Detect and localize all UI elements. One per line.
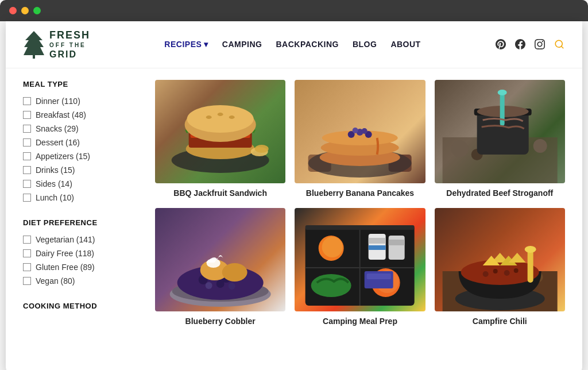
svg-point-26 — [533, 139, 547, 153]
checkbox-dinner[interactable] — [23, 97, 31, 105]
checkbox-drinks[interactable] — [23, 166, 31, 174]
browser-window: FRESH OFF THE GRID RECIPES ▾ CAMPING BAC… — [0, 0, 588, 370]
recipe-image-meal-prep — [295, 208, 425, 311]
site-logo[interactable]: FRESH OFF THE GRID — [23, 29, 90, 60]
svg-rect-54 — [389, 236, 405, 260]
svg-rect-60 — [367, 273, 391, 279]
svg-point-39 — [206, 282, 212, 289]
checkbox-vegetarian[interactable] — [23, 236, 31, 244]
recipe-image-cobbler — [155, 208, 285, 311]
window-chrome — [0, 0, 588, 21]
filter-item-lunch[interactable]: Lunch (10) — [23, 193, 138, 202]
filter-item-sides[interactable]: Sides (14) — [23, 179, 138, 188]
facebook-icon[interactable] — [514, 38, 526, 50]
nav-link-blog[interactable]: BLOG — [353, 40, 377, 49]
dropdown-chevron-icon: ▾ — [204, 40, 208, 49]
checkbox-vegan[interactable] — [23, 277, 31, 285]
checkbox-dairy-free[interactable] — [23, 249, 31, 257]
logo-text: FRESH OFF THE GRID — [49, 29, 90, 60]
search-icon[interactable] — [554, 38, 565, 50]
svg-point-9 — [229, 115, 235, 119]
site-wrapper: FRESH OFF THE GRID RECIPES ▾ CAMPING BAC… — [6, 21, 582, 370]
filter-item-dinner[interactable]: Dinner (110) — [23, 97, 138, 106]
svg-point-50 — [322, 237, 343, 257]
cobbler-illustration — [155, 208, 285, 311]
recipe-title-chili: Campfire Chili — [435, 316, 565, 327]
meal-prep-illustration — [295, 208, 425, 311]
svg-point-70 — [482, 271, 488, 277]
recipe-card-cobbler[interactable]: Blueberry Cobbler — [155, 208, 285, 327]
svg-point-75 — [524, 246, 536, 253]
bbq-sandwich-illustration — [155, 80, 285, 183]
recipe-title-stroganoff: Dehydrated Beef Stroganoff — [435, 188, 565, 199]
svg-point-22 — [362, 128, 368, 134]
filter-item-dairy-free[interactable]: Dairy Free (118) — [23, 249, 138, 258]
pancakes-illustration — [295, 80, 425, 183]
close-button[interactable] — [9, 7, 17, 14]
checkbox-lunch[interactable] — [23, 194, 31, 202]
svg-marker-69 — [508, 253, 525, 263]
checkbox-breakfast[interactable] — [23, 111, 31, 119]
svg-point-6 — [187, 105, 254, 133]
stroganoff-illustration — [435, 80, 565, 183]
checkbox-gluten-free[interactable] — [23, 263, 31, 271]
recipe-image-bbq-jackfruit — [155, 80, 285, 183]
filter-section-meal-type: MEAL TYPE Dinner (110) Breakfast (48) Sn… — [23, 80, 138, 202]
svg-point-71 — [493, 269, 497, 273]
main-content: MEAL TYPE Dinner (110) Breakfast (48) Sn… — [6, 68, 582, 370]
svg-point-7 — [206, 115, 212, 119]
svg-point-31 — [497, 90, 506, 95]
svg-marker-0 — [24, 31, 44, 59]
nav-link-backpacking[interactable]: BACKPACKING — [276, 40, 338, 49]
recipe-card-stroganoff[interactable]: Dehydrated Beef Stroganoff — [435, 80, 565, 199]
svg-point-43 — [222, 263, 247, 282]
checkbox-appetizers[interactable] — [23, 152, 31, 160]
recipe-image-stroganoff — [435, 80, 565, 183]
filter-section-cooking: COOKING METHOD — [23, 302, 138, 310]
minimize-button[interactable] — [21, 7, 29, 14]
filter-title-cooking: COOKING METHOD — [23, 302, 138, 310]
recipe-title-bbq-jackfruit: BBQ Jackfruit Sandwich — [155, 188, 285, 199]
filter-item-snacks[interactable]: Snacks (29) — [23, 124, 138, 133]
filter-item-drinks[interactable]: Drinks (15) — [23, 165, 138, 175]
recipe-grid-container: BBQ Jackfruit Sandwich — [155, 80, 565, 361]
svg-point-40 — [216, 280, 225, 288]
svg-point-56 — [311, 274, 351, 297]
nav-link-camping[interactable]: CAMPING — [222, 40, 262, 49]
svg-point-73 — [513, 268, 518, 273]
svg-point-24 — [451, 140, 468, 157]
svg-rect-52 — [369, 238, 386, 244]
svg-point-41 — [229, 283, 235, 290]
recipe-card-bbq-jackfruit[interactable]: BBQ Jackfruit Sandwich — [155, 80, 285, 199]
recipe-card-meal-prep[interactable]: Camping Meal Prep — [295, 208, 425, 327]
svg-point-65 — [461, 260, 539, 285]
recipe-card-chili[interactable]: Campfire Chili — [435, 208, 565, 327]
nav-link-about[interactable]: ABOUT — [390, 40, 420, 49]
filter-item-vegetarian[interactable]: Vegetarian (141) — [23, 235, 138, 244]
svg-rect-55 — [389, 240, 405, 245]
nav-link-recipes[interactable]: RECIPES ▾ — [164, 40, 208, 49]
recipe-title-pancakes: Blueberry Banana Pancakes — [295, 188, 425, 199]
svg-rect-53 — [369, 245, 386, 250]
recipe-grid: BBQ Jackfruit Sandwich — [155, 80, 565, 327]
svg-rect-74 — [527, 248, 533, 283]
checkbox-snacks[interactable] — [23, 125, 31, 133]
checkbox-dessert[interactable] — [23, 138, 31, 147]
maximize-button[interactable] — [33, 7, 41, 14]
filter-item-dessert[interactable]: Dessert (16) — [23, 138, 138, 147]
filter-item-breakfast[interactable]: Breakfast (48) — [23, 110, 138, 120]
recipe-title-meal-prep: Camping Meal Prep — [295, 316, 425, 327]
filter-item-appetizers[interactable]: Appetizers (15) — [23, 152, 138, 161]
recipe-card-pancakes[interactable]: Blueberry Banana Pancakes — [295, 80, 425, 199]
instagram-icon[interactable] — [534, 38, 546, 50]
filter-item-gluten-free[interactable]: Gluten Free (89) — [23, 263, 138, 272]
filter-section-diet: DIET PREFERENCE Vegetarian (141) Dairy F… — [23, 218, 138, 286]
social-icons — [495, 38, 565, 50]
checkbox-sides[interactable] — [23, 180, 31, 188]
filter-item-vegan[interactable]: Vegan (80) — [23, 276, 138, 286]
svg-point-11 — [255, 145, 269, 153]
chili-illustration — [435, 208, 565, 311]
sidebar: MEAL TYPE Dinner (110) Breakfast (48) Sn… — [23, 80, 138, 361]
navigation: FRESH OFF THE GRID RECIPES ▾ CAMPING BAC… — [6, 21, 582, 68]
pinterest-icon[interactable] — [495, 38, 506, 50]
